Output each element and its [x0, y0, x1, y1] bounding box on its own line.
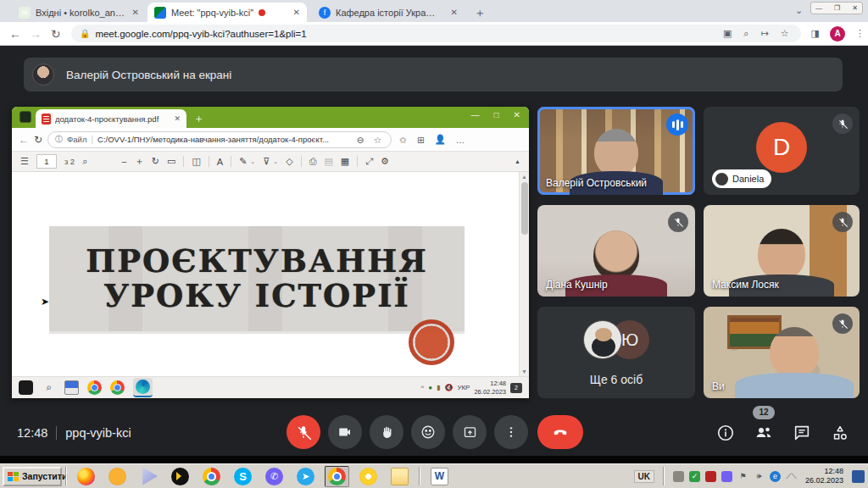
scroll-down-icon[interactable]: ▼ — [521, 369, 527, 374]
collections-icon[interactable]: ⊞ — [415, 135, 427, 145]
rotate-icon[interactable]: ↻ — [152, 156, 159, 167]
start-button-icon[interactable] — [19, 380, 33, 395]
tile-diana[interactable]: Діана Кушнір — [537, 205, 695, 297]
camera-button[interactable] — [328, 415, 362, 449]
restore-icon[interactable]: ❐ — [834, 4, 840, 12]
scroll-up-icon[interactable]: ▲ — [521, 174, 527, 180]
back-icon[interactable]: ← — [5, 27, 25, 41]
tile-maksym[interactable]: Максим Лосяк — [704, 205, 860, 297]
share-icon[interactable]: ↦ — [758, 28, 772, 39]
tab-search-chevron-icon[interactable]: ⌄ — [795, 5, 803, 16]
chat-button[interactable] — [791, 422, 813, 444]
show-participants-button[interactable] — [753, 422, 775, 444]
tab-mail[interactable]: ✉ Вхідні • korolko_andr@ukr.net ✕ — [12, 3, 146, 22]
draw-pen-icon[interactable]: ✎ — [239, 156, 247, 167]
eraser-icon[interactable]: ◇ — [286, 156, 292, 167]
search-icon[interactable]: ⌕ — [42, 380, 56, 395]
tile-daniela[interactable]: D Daniela — [704, 107, 860, 195]
start-button[interactable]: Запустити — [3, 467, 62, 486]
notification-badge[interactable]: 2 — [510, 383, 522, 393]
media-player-icon[interactable] — [108, 468, 126, 485]
pdf-scrollbar[interactable]: ▲ ▼ — [519, 172, 529, 376]
skype-icon[interactable]: S — [234, 468, 252, 485]
show-desktop-icon[interactable] — [852, 470, 865, 483]
fullscreen-icon[interactable]: ⤢ — [365, 156, 373, 167]
edge-active-app[interactable] — [133, 378, 153, 397]
tray-internet-icon[interactable]: e — [770, 471, 781, 482]
close-tab-icon[interactable]: ✕ — [132, 8, 139, 17]
aimp-icon[interactable] — [171, 468, 189, 485]
mic-button-muted[interactable] — [287, 415, 320, 449]
tray-adobe-icon[interactable] — [705, 471, 716, 482]
tab-facebook[interactable]: f Кафедра історії України і метод ✕ — [312, 3, 465, 22]
chrome-active-task[interactable] — [325, 466, 349, 487]
minimize-icon[interactable]: — — [471, 110, 480, 119]
tray-expand-icon[interactable]: ^ — [420, 384, 424, 391]
reload-icon[interactable]: ↻ — [34, 134, 42, 146]
pdf-page[interactable]: ПРОЄКТУВАННЯ УРОКУ ІСТОРІЇ ➤ ▲ ▼ — [12, 172, 529, 376]
address-bar[interactable]: 🔒 meet.google.com/ppq-vyib-kci?authuser=… — [71, 25, 801, 42]
zoom-out-icon[interactable]: − — [121, 157, 126, 167]
side-panel-icon[interactable]: ◨ — [808, 28, 823, 39]
search-icon[interactable]: ⌕ — [82, 156, 87, 167]
edge-workspace-icon[interactable] — [19, 111, 31, 123]
page-view-icon[interactable]: ◫ — [192, 156, 200, 167]
tray-flag-icon[interactable]: ⚑ — [737, 471, 748, 482]
save-icon[interactable]: ▤ — [324, 156, 332, 167]
print-icon[interactable]: ⎙ — [309, 156, 317, 167]
tile-valerii[interactable]: Валерій Островський — [537, 107, 695, 195]
edge-new-tab-icon[interactable]: ＋ — [193, 111, 204, 126]
bookmark-star-icon[interactable]: ☆ — [777, 28, 793, 39]
profile-icon[interactable]: 👤 — [432, 134, 448, 145]
zoom-out-icon[interactable]: ⊖ — [354, 135, 367, 145]
shared-lang-indicator[interactable]: УКР — [457, 384, 470, 391]
minimize-icon[interactable]: — — [815, 4, 822, 12]
scrollbar-thumb[interactable] — [521, 182, 528, 235]
chrome-icon[interactable] — [203, 468, 220, 485]
edge-tab-pdf[interactable]: додаток-4-проєктування.pdf ✕ — [36, 109, 186, 128]
tab-meet[interactable]: Meet: "ppq-vyib-kci" ✕ — [147, 3, 307, 22]
page-number-input[interactable]: 1 — [36, 154, 57, 169]
activities-button[interactable] — [829, 422, 851, 444]
tile-overflow[interactable]: Ю Ще 6 осіб — [537, 307, 695, 398]
chrome-canary-icon[interactable] — [359, 468, 377, 485]
read-aloud-icon[interactable]: A — [217, 157, 223, 167]
file-manager-icon[interactable] — [391, 468, 409, 485]
highlighter-chevron-icon[interactable]: ⌄ — [273, 158, 278, 165]
raise-hand-button[interactable] — [370, 415, 403, 449]
add-favorite-icon[interactable]: ☆ — [371, 135, 384, 145]
settings-gear-icon[interactable]: ⚙ — [381, 156, 389, 167]
maximize-icon[interactable]: □ — [494, 110, 499, 119]
taskbar-clock[interactable]: 12:48 26.02.2023 — [802, 467, 847, 486]
tray-volume-icon[interactable]: 🕪 — [754, 471, 765, 482]
favorites-bar-icon[interactable]: ✩ — [397, 135, 409, 145]
close-window-icon[interactable]: ✕ — [514, 110, 520, 119]
menu-kebab-icon[interactable]: ⋮ — [852, 28, 868, 39]
edge-address-field[interactable]: ⓘ Файл | C:/OVV-1/ПНУ/методика-навчання-… — [47, 131, 392, 148]
telegram-icon[interactable]: ➤ — [297, 468, 314, 485]
app-icon[interactable] — [64, 380, 79, 395]
viber-icon[interactable]: ✆ — [265, 468, 283, 485]
more-options-button[interactable] — [494, 415, 528, 449]
language-indicator[interactable]: UK — [634, 470, 654, 483]
close-window-icon[interactable]: ✕ — [852, 4, 858, 12]
kmplayer-icon[interactable] — [140, 468, 158, 485]
back-icon[interactable]: ← — [19, 134, 29, 146]
tray-network-icon[interactable]: ⟋⟍ — [786, 471, 797, 482]
close-tab-icon[interactable]: ✕ — [451, 8, 458, 17]
reload-icon[interactable]: ↻ — [46, 27, 66, 41]
highlighter-icon[interactable]: ⊽ — [263, 156, 270, 167]
scroll-up-icon[interactable]: ▲ — [515, 158, 520, 164]
pen-chevron-icon[interactable]: ⌄ — [250, 158, 255, 165]
new-tab-button[interactable]: ＋ — [471, 4, 488, 21]
media-control-icon[interactable]: ▣ — [720, 28, 735, 39]
profile-avatar[interactable]: A — [830, 26, 845, 42]
close-tab-icon[interactable]: ✕ — [293, 8, 300, 17]
edge-menu-icon[interactable]: … — [453, 135, 468, 145]
tray-clipboard-icon[interactable] — [673, 471, 684, 482]
toc-icon[interactable]: ☰ — [20, 156, 29, 167]
present-button[interactable] — [453, 415, 487, 449]
save-as-icon[interactable]: ▦ — [341, 156, 349, 167]
firefox-icon[interactable] — [77, 468, 95, 485]
end-call-button[interactable] — [537, 415, 583, 449]
